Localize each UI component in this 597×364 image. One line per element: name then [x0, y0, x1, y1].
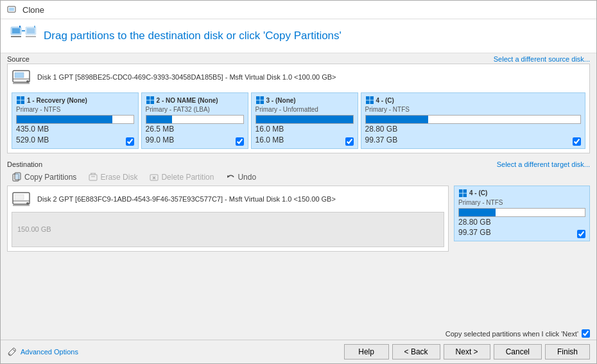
svg-rect-47 — [15, 195, 24, 200]
back-button[interactable]: < Back — [392, 344, 440, 360]
advanced-options-link[interactable]: Advanced Options — [7, 347, 78, 357]
copy-option-row: Copy selected partitions when I click 'N… — [1, 327, 596, 340]
partition-1-total: 529.0 MB — [16, 135, 49, 146]
svg-rect-27 — [260, 101, 264, 105]
destination-area: Disk 2 GPT [6E883FC9-1ABD-4543-9F46-357E… — [7, 186, 590, 252]
destination-header: Destination Select a different target di… — [1, 159, 596, 169]
partition-3-label: 3 - (None) — [266, 97, 296, 104]
svg-rect-17 — [21, 96, 25, 100]
dest-floating-partition: 4 - (C) Primary - NTFS 28.80 GB 99.37 GB — [454, 186, 590, 242]
next-button[interactable]: Next > — [444, 344, 490, 360]
partition-3-used: 16.0 MB — [255, 124, 284, 135]
partition-3-type: Primary - Unformatted — [255, 106, 354, 113]
destination-toolbar: Copy Partitions Erase Disk Delet — [1, 169, 596, 186]
source-disk-title: Disk 1 GPT [5898BE25-CDC0-469C-9393-3045… — [37, 73, 336, 81]
copy-partitions-button[interactable]: Copy Partitions — [7, 170, 82, 184]
svg-rect-49 — [459, 189, 463, 193]
partition-1-checkbox[interactable] — [126, 137, 134, 146]
svg-rect-4 — [19, 26, 21, 28]
dest-partition-checkbox[interactable] — [577, 230, 585, 238]
dest-empty-label: 150.00 GB — [17, 225, 51, 233]
svg-point-46 — [26, 202, 29, 205]
dest-partition-label: 4 - (C) — [469, 189, 487, 196]
svg-rect-18 — [17, 101, 21, 105]
partition-2-used: 26.5 MB — [146, 124, 175, 135]
cancel-button[interactable]: Cancel — [494, 344, 542, 360]
source-partition-4: 4 - (C) Primary - NTFS 28.80 GB 99.37 GB — [361, 92, 586, 149]
content-area: Source Select a different source disk...… — [1, 53, 596, 327]
help-button[interactable]: Help — [344, 344, 389, 360]
partition-2-checkbox[interactable] — [236, 137, 244, 146]
copy-partitions-label: Copy Partitions — [24, 173, 76, 182]
dest-empty-space: 150.00 GB — [12, 212, 444, 247]
svg-rect-30 — [366, 101, 370, 105]
footer-buttons-bar: Advanced Options Help < Back Next > Canc… — [1, 340, 596, 363]
partition-2-label: 2 - NO NAME (None) — [157, 97, 218, 104]
svg-rect-51 — [459, 193, 463, 197]
windows-icon-1 — [16, 96, 25, 105]
delete-partition-button[interactable]: Delete Partition — [144, 170, 219, 184]
svg-rect-29 — [370, 96, 374, 100]
copy-option-checkbox[interactable] — [582, 329, 590, 338]
dest-floating-area: 4 - (C) Primary - NTFS 28.80 GB 99.37 GB — [449, 186, 590, 252]
windows-icon-2 — [146, 96, 155, 105]
partition-4-progress — [365, 115, 582, 124]
erase-disk-icon — [88, 172, 98, 182]
windows-icon-dest — [458, 189, 467, 198]
svg-point-13 — [26, 80, 29, 83]
svg-rect-25 — [260, 96, 264, 100]
main-window: Clone Drag partitions to the destination… — [0, 0, 597, 364]
svg-rect-16 — [17, 96, 21, 100]
undo-button[interactable]: Undo — [220, 170, 261, 184]
svg-rect-50 — [463, 189, 467, 193]
dest-disk-icon — [12, 190, 32, 208]
finish-button[interactable]: Finish — [545, 344, 590, 360]
partition-4-total: 99.37 GB — [365, 135, 398, 146]
undo-label: Undo — [238, 173, 256, 182]
copy-option-label: Copy selected partitions when I click 'N… — [446, 330, 578, 338]
partition-3-checkbox[interactable] — [345, 137, 354, 146]
source-partition-3: 3 - (None) Primary - Unformatted 16.0 MB… — [251, 92, 358, 149]
delete-partition-label: Delete Partition — [161, 173, 214, 182]
source-partition-2: 2 - NO NAME (None) Primary - FAT32 (LBA)… — [141, 92, 248, 149]
select-target-link[interactable]: Select a different target disk... — [497, 160, 590, 168]
clone-icon — [7, 4, 17, 15]
svg-rect-52 — [463, 193, 467, 197]
main-instruction-bar: Drag partitions to the destination disk … — [1, 19, 596, 53]
select-source-link[interactable]: Select a different source disk... — [494, 55, 590, 63]
source-disk-panel: Disk 1 GPT [5898BE25-CDC0-469C-9393-3045… — [7, 64, 590, 153]
svg-rect-3 — [12, 28, 20, 33]
svg-point-53 — [9, 354, 11, 356]
windows-icon-4 — [365, 96, 374, 105]
wrench-icon — [7, 347, 17, 357]
erase-disk-button[interactable]: Erase Disk — [83, 170, 143, 184]
dest-partition-progress — [458, 208, 585, 217]
undo-icon — [225, 172, 236, 182]
partition-1-label: 1 - Recovery (None) — [27, 97, 87, 104]
erase-disk-label: Erase Disk — [100, 173, 137, 182]
source-label: Source — [7, 55, 30, 63]
source-partition-1: 1 - Recovery (None) Primary - NTFS 435.0… — [12, 92, 139, 149]
svg-rect-35 — [89, 175, 97, 180]
source-disk-icon — [12, 68, 32, 86]
dest-partition-used: 28.80 GB — [458, 217, 491, 228]
partition-1-used: 435.0 MB — [16, 124, 49, 135]
partition-4-type: Primary - NTFS — [365, 106, 582, 113]
advanced-options-text: Advanced Options — [21, 348, 78, 356]
svg-rect-26 — [256, 101, 260, 105]
source-header: Source Select a different source disk... — [1, 53, 596, 64]
partition-2-progress — [146, 115, 244, 124]
dest-disk-title: Disk 2 GPT [6E883FC9-1ABD-4543-9F46-357E… — [37, 195, 336, 203]
svg-line-54 — [13, 349, 15, 351]
partition-4-checkbox[interactable] — [573, 137, 581, 146]
partition-4-label: 4 - (C) — [376, 97, 394, 104]
svg-rect-8 — [34, 26, 35, 28]
destination-disk-panel: Disk 2 GPT [6E883FC9-1ABD-4543-9F46-357E… — [7, 186, 449, 252]
partition-4-used: 28.80 GB — [365, 124, 398, 135]
svg-rect-19 — [21, 101, 25, 105]
svg-rect-28 — [366, 96, 370, 100]
svg-rect-22 — [146, 101, 150, 105]
partition-3-progress — [255, 115, 354, 124]
partition-2-total: 99.0 MB — [146, 135, 175, 146]
source-partitions-row: 1 - Recovery (None) Primary - NTFS 435.0… — [12, 92, 585, 149]
